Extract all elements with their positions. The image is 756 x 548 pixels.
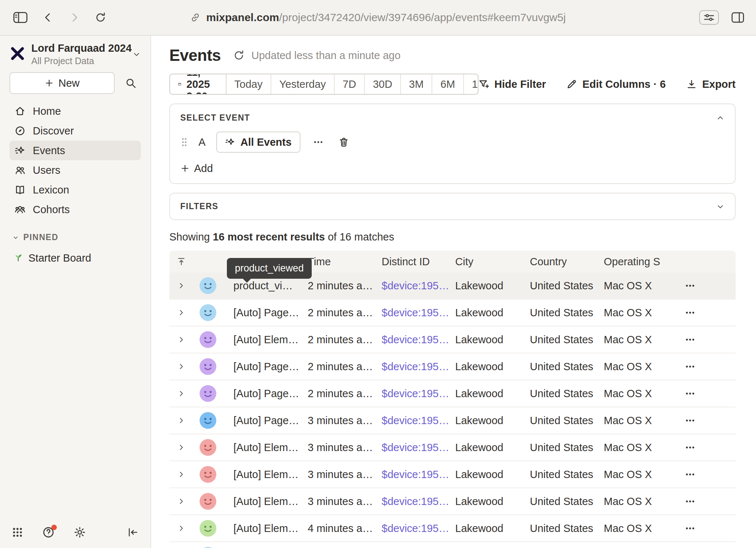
table-row[interactable]: [Auto] Page… 2 minutes a… $device:195… L… [169, 300, 736, 326]
distinct-id-link[interactable]: $device:195… [382, 415, 449, 426]
reload-button[interactable] [95, 12, 106, 23]
apps-grid-button[interactable] [12, 527, 23, 538]
sidebar-item-users[interactable]: Users [9, 160, 141, 180]
distinct-id-link[interactable]: $device:195… [382, 496, 449, 507]
refresh-button[interactable] [233, 50, 245, 61]
row-menu-button[interactable] [677, 415, 736, 426]
time-cell: 3 minutes a… [308, 469, 382, 481]
distinct-id-link[interactable]: $device:195… [382, 280, 449, 291]
page-settings-button[interactable] [699, 10, 719, 25]
event-selector-button[interactable]: All Events [216, 132, 300, 153]
expand-row-button[interactable] [169, 362, 193, 371]
drag-handle[interactable] [180, 137, 188, 148]
expand-row-button[interactable] [169, 281, 193, 290]
trash-icon [338, 137, 349, 148]
sidebar-item-discover[interactable]: Discover [9, 121, 141, 141]
table-row[interactable]: [Auto] Elem… 3 minutes a… $device:195… L… [169, 461, 736, 488]
help-button[interactable] [42, 526, 55, 539]
book-icon [15, 184, 25, 195]
project-switcher[interactable]: Lord Farquaad 2024 All Project Data [9, 42, 141, 66]
range-7d[interactable]: 7D [335, 74, 365, 94]
distinct-id-link[interactable]: $device:195… [382, 361, 449, 372]
distinct-id-link[interactable]: $device:195… [382, 388, 449, 399]
select-event-header[interactable]: SELECT EVENT [180, 113, 725, 123]
distinct-id-link[interactable]: $device:195… [382, 334, 449, 345]
ellipsis-icon [685, 280, 696, 291]
row-menu-button[interactable] [677, 361, 736, 372]
range-yesterday[interactable]: Yesterday [271, 74, 335, 94]
url-bar[interactable]: mixpanel.com/project/3472420/view/397469… [190, 11, 566, 24]
table-row[interactable]: [Auto] Elem… 3 minutes a… $device:195… L… [169, 434, 736, 461]
table-row[interactable] [169, 542, 736, 548]
split-view-button[interactable] [731, 12, 744, 23]
table-row[interactable]: [Auto] Elem… 4 minutes a… $device:195… L… [169, 515, 736, 542]
row-menu-button[interactable] [677, 469, 736, 480]
row-menu-button[interactable] [677, 334, 736, 345]
range-12m[interactable]: 12M [464, 74, 479, 94]
sidebar-item-events[interactable]: Events [9, 141, 141, 160]
date-picker-button[interactable]: Mar 11, 2025 3:30 pm [170, 74, 227, 94]
search-button[interactable] [121, 77, 141, 89]
table-row[interactable]: [Auto] Page… 2 minutes a… $device:195… L… [169, 380, 736, 407]
browser-sidebar-toggle-button[interactable] [13, 12, 28, 23]
delete-event-button[interactable] [338, 137, 349, 148]
table-row[interactable]: [Auto] Page… 3 minutes a… $device:195… L… [169, 407, 736, 434]
row-menu-button[interactable] [677, 388, 736, 399]
settings-button[interactable] [74, 526, 86, 539]
export-button[interactable]: Export [686, 78, 736, 90]
filters-header[interactable]: FILTERS [180, 201, 725, 211]
filters-title: FILTERS [180, 201, 218, 211]
collapse-sidebar-button[interactable] [127, 527, 139, 538]
ellipsis-icon [685, 496, 696, 507]
sidebar-item-home[interactable]: Home [9, 101, 141, 121]
sidebar-item-cohorts[interactable]: Cohorts [9, 200, 141, 219]
forward-button[interactable] [68, 12, 80, 23]
expand-row-button[interactable] [169, 470, 193, 479]
sidebar-item-starter-board[interactable]: Starter Board [9, 252, 141, 265]
event-more-button[interactable] [313, 137, 324, 148]
expand-row-button[interactable] [169, 443, 193, 452]
column-header-os[interactable]: Operating S [604, 256, 677, 268]
pinned-item-label: Starter Board [28, 252, 91, 264]
expand-row-button[interactable] [169, 524, 193, 533]
table-row[interactable]: [Auto] Elem… 2 minutes a… $device:195… L… [169, 326, 736, 353]
distinct-id-link[interactable]: $device:195… [382, 442, 449, 453]
chevron-up-icon[interactable] [716, 114, 725, 122]
row-menu-button[interactable] [677, 307, 736, 318]
range-3m[interactable]: 3M [401, 74, 432, 94]
column-header-city[interactable]: City [455, 256, 530, 268]
collapse-all-rows-button[interactable] [169, 257, 193, 266]
column-header-distinct-id[interactable]: Distinct ID [382, 256, 455, 268]
range-today[interactable]: Today [227, 74, 271, 94]
new-button[interactable]: New [9, 72, 115, 94]
expand-row-button[interactable] [169, 335, 193, 344]
range-30d[interactable]: 30D [365, 74, 401, 94]
column-header-time[interactable]: Time [308, 256, 382, 268]
column-header-country[interactable]: Country [530, 256, 604, 268]
hide-filter-button[interactable]: Hide Filter [479, 78, 546, 90]
plus-icon [44, 78, 54, 88]
time-cell: 3 minutes a… [308, 496, 382, 508]
row-menu-button[interactable] [677, 523, 736, 534]
expand-row-button[interactable] [169, 497, 193, 506]
back-button[interactable] [42, 12, 54, 23]
expand-row-button[interactable] [169, 389, 193, 398]
row-menu-button[interactable] [677, 442, 736, 453]
add-event-button[interactable]: Add [180, 162, 725, 175]
table-row[interactable]: [Auto] Elem… 3 minutes a… $device:195… L… [169, 488, 736, 515]
edit-columns-button[interactable]: Edit Columns · 6 [566, 78, 666, 90]
row-menu-button[interactable] [677, 280, 736, 291]
distinct-id-link[interactable]: $device:195… [382, 307, 449, 318]
distinct-id-link[interactable]: $device:195… [382, 469, 449, 480]
range-6m[interactable]: 6M [432, 74, 464, 94]
os-cell: Mac OS X [604, 496, 677, 508]
chevron-down-icon[interactable] [716, 202, 725, 211]
distinct-id-link[interactable]: $device:195… [382, 522, 449, 534]
row-menu-button[interactable] [677, 496, 736, 507]
pinned-section-toggle[interactable]: PINNED [9, 232, 141, 242]
expand-row-button[interactable] [169, 308, 193, 317]
url-path: /project/3472420/view/3974696/app/events… [279, 11, 566, 23]
table-row[interactable]: [Auto] Page… 2 minutes a… $device:195… L… [169, 353, 736, 380]
sidebar-item-lexicon[interactable]: Lexicon [9, 180, 141, 200]
expand-row-button[interactable] [169, 416, 193, 425]
